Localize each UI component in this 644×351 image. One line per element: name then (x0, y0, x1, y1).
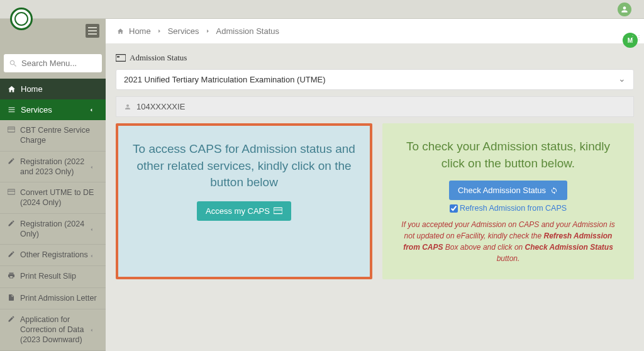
svg-rect-2 (8, 189, 15, 194)
print-icon (8, 271, 20, 282)
card-icon (8, 125, 20, 136)
edit-icon (8, 219, 20, 230)
edit-icon (8, 315, 20, 325)
access-caps-button[interactable]: Access my CAPS (197, 201, 291, 221)
breadcrumb-current: Admission Status (216, 26, 279, 36)
logo (10, 8, 33, 30)
sidebar-item[interactable]: CBT Centre Service Charge (0, 120, 106, 152)
search-input[interactable] (4, 54, 102, 72)
chevron-left-icon (88, 107, 94, 113)
svg-rect-6 (274, 208, 282, 214)
doc-icon (8, 293, 20, 304)
check-panel-text: To check your Admission status, kindly c… (396, 138, 620, 172)
chevron-right-icon (204, 28, 211, 35)
search-icon (9, 59, 18, 68)
caps-panel-text: To access CAPS for Admission status and … (132, 141, 356, 191)
admission-notice: If you accepted your Admission on CAPS a… (396, 219, 620, 264)
list-icon (8, 106, 16, 114)
sidebar-item[interactable]: Registration (2022 and 2023 Only) (0, 152, 106, 183)
drag-dots-icon: ⋮⋮ (630, 36, 642, 39)
home-icon (117, 28, 124, 35)
edit-icon (8, 250, 20, 260)
check-admission-panel: To check your Admission status, kindly c… (382, 123, 634, 279)
card-icon (8, 187, 20, 198)
breadcrumb: Home Services Admission Status (106, 19, 644, 44)
sidebar-item-label: Print Result Slip (20, 271, 76, 281)
home-icon (8, 85, 16, 93)
refresh-admission-checkbox[interactable]: Refresh Admission from CAPS (450, 204, 567, 213)
nav-services-label: Services (21, 105, 52, 114)
breadcrumb-home[interactable]: Home (129, 26, 151, 36)
refresh-icon (550, 187, 558, 194)
page-title: Admission Status (116, 53, 634, 63)
menu-toggle-icon[interactable] (86, 24, 99, 38)
sidebar-item[interactable]: Application for Correction of Data (2023… (0, 309, 106, 351)
sidebar-item-label: Print Admission Letter (20, 293, 97, 303)
nav-home[interactable]: Home (0, 79, 106, 99)
sidebar-item-label: Registration (2024 Only) (20, 219, 98, 240)
avatar[interactable] (618, 3, 631, 16)
nav-home-label: Home (21, 84, 43, 94)
reg-number-row: 104XXXXXIE (116, 96, 634, 117)
sidebar-item[interactable]: Registration (2024 Only) (0, 214, 106, 245)
exam-select[interactable]: 2021 Unified Tertiary Matriculation Exam… (116, 69, 634, 90)
sidebar-item-label: Convert UTME to DE (2024 Only) (20, 187, 98, 208)
sidebar-item[interactable]: Print Admission Letter (0, 288, 106, 309)
nav-services[interactable]: Services (0, 99, 106, 120)
sidebar: Home Services CBT Centre Service ChargeR… (0, 19, 106, 351)
sidebar-item[interactable]: Print Result Slip (0, 266, 106, 287)
topbar (0, 0, 644, 19)
breadcrumb-services[interactable]: Services (168, 26, 199, 36)
edit-icon (8, 157, 20, 167)
chevron-right-icon (156, 28, 163, 35)
card-icon (274, 207, 282, 214)
sidebar-item-label: Registration (2022 and 2023 Only) (20, 157, 98, 177)
svg-rect-4 (116, 55, 126, 62)
caps-panel: To access CAPS for Admission status and … (116, 123, 372, 279)
sidebar-item[interactable]: Convert UTME to DE (2024 Only) (0, 182, 106, 214)
check-admission-status-button[interactable]: Check Admission Status (449, 181, 567, 200)
sidebar-item-label: Application for Correction of Data (2023… (20, 315, 98, 345)
sidebar-item-label: CBT Centre Service Charge (20, 125, 98, 146)
refresh-checkbox-input[interactable] (450, 204, 458, 213)
user-icon (124, 103, 131, 111)
svg-rect-0 (8, 127, 15, 132)
main: Home Services Admission Status Admission… (106, 19, 644, 351)
reg-number: 104XXXXXIE (136, 102, 185, 111)
svg-rect-5 (117, 56, 119, 57)
card-icon (116, 54, 126, 62)
sidebar-item-label: Other Registrations (20, 250, 88, 260)
sidebar-item[interactable]: Other Registrations (0, 245, 106, 266)
